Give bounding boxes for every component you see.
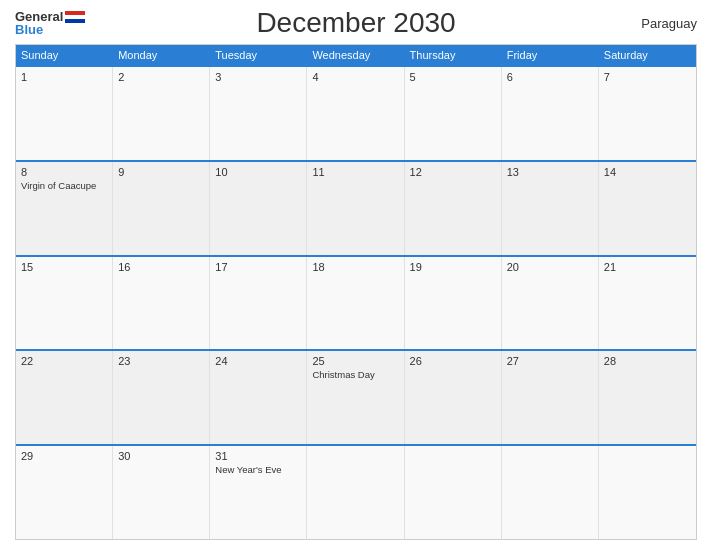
day-cell: 16 (113, 257, 210, 350)
day-header-friday: Friday (502, 45, 599, 65)
day-cell: 30 (113, 446, 210, 539)
day-header-tuesday: Tuesday (210, 45, 307, 65)
day-cell: 3 (210, 67, 307, 160)
day-cell: 7 (599, 67, 696, 160)
day-number: 29 (21, 450, 107, 462)
day-number: 21 (604, 261, 691, 273)
day-number: 2 (118, 71, 204, 83)
day-number: 1 (21, 71, 107, 83)
week-row-4: 22232425Christmas Day262728 (16, 349, 696, 444)
day-cell: 24 (210, 351, 307, 444)
day-header-thursday: Thursday (405, 45, 502, 65)
logo-flag-icon (65, 11, 85, 23)
day-header-monday: Monday (113, 45, 210, 65)
day-number: 30 (118, 450, 204, 462)
day-number: 9 (118, 166, 204, 178)
day-cell: 5 (405, 67, 502, 160)
day-number: 4 (312, 71, 398, 83)
day-number: 12 (410, 166, 496, 178)
day-cell (502, 446, 599, 539)
logo-blue-text: Blue (15, 23, 43, 36)
calendar: Sunday Monday Tuesday Wednesday Thursday… (15, 44, 697, 540)
day-cell: 14 (599, 162, 696, 255)
day-cell: 31New Year's Eve (210, 446, 307, 539)
day-cell: 21 (599, 257, 696, 350)
day-cell: 6 (502, 67, 599, 160)
day-cell: 4 (307, 67, 404, 160)
day-number: 27 (507, 355, 593, 367)
day-number: 11 (312, 166, 398, 178)
day-number: 14 (604, 166, 691, 178)
day-number: 5 (410, 71, 496, 83)
logo: General Blue (15, 10, 85, 36)
day-number: 25 (312, 355, 398, 367)
day-number: 18 (312, 261, 398, 273)
day-number: 28 (604, 355, 691, 367)
day-number: 8 (21, 166, 107, 178)
day-number: 15 (21, 261, 107, 273)
day-number: 3 (215, 71, 301, 83)
day-number: 26 (410, 355, 496, 367)
event-label: Virgin of Caacupe (21, 180, 107, 192)
day-cell: 23 (113, 351, 210, 444)
day-header-sunday: Sunday (16, 45, 113, 65)
calendar-container: General Blue December 2030 Paraguay Sund… (0, 0, 712, 550)
day-cell: 2 (113, 67, 210, 160)
day-cell: 20 (502, 257, 599, 350)
event-label: Christmas Day (312, 369, 398, 381)
day-cell: 17 (210, 257, 307, 350)
day-cell (405, 446, 502, 539)
day-cell: 28 (599, 351, 696, 444)
week-row-3: 15161718192021 (16, 255, 696, 350)
svg-rect-2 (65, 19, 85, 23)
event-label: New Year's Eve (215, 464, 301, 476)
week-row-1: 1234567 (16, 65, 696, 160)
week-row-2: 8Virgin of Caacupe91011121314 (16, 160, 696, 255)
header: General Blue December 2030 Paraguay (15, 10, 697, 36)
svg-rect-1 (65, 15, 85, 19)
day-number: 13 (507, 166, 593, 178)
day-cell: 9 (113, 162, 210, 255)
day-cell: 25Christmas Day (307, 351, 404, 444)
day-number: 31 (215, 450, 301, 462)
day-number: 16 (118, 261, 204, 273)
day-cell: 1 (16, 67, 113, 160)
day-header-saturday: Saturday (599, 45, 696, 65)
day-number: 23 (118, 355, 204, 367)
day-number: 24 (215, 355, 301, 367)
day-number: 20 (507, 261, 593, 273)
day-number: 19 (410, 261, 496, 273)
day-number: 6 (507, 71, 593, 83)
day-cell: 13 (502, 162, 599, 255)
day-cell (599, 446, 696, 539)
day-cell: 10 (210, 162, 307, 255)
country-label: Paraguay (641, 16, 697, 31)
calendar-body: 12345678Virgin of Caacupe910111213141516… (16, 65, 696, 539)
day-number: 10 (215, 166, 301, 178)
day-cell: 27 (502, 351, 599, 444)
days-header: Sunday Monday Tuesday Wednesday Thursday… (16, 45, 696, 65)
week-row-5: 293031New Year's Eve (16, 444, 696, 539)
day-cell: 15 (16, 257, 113, 350)
day-cell: 18 (307, 257, 404, 350)
day-cell (307, 446, 404, 539)
day-cell: 19 (405, 257, 502, 350)
day-cell: 29 (16, 446, 113, 539)
page-title: December 2030 (256, 7, 455, 39)
day-header-wednesday: Wednesday (307, 45, 404, 65)
day-number: 17 (215, 261, 301, 273)
day-cell: 26 (405, 351, 502, 444)
svg-rect-0 (65, 11, 85, 15)
day-cell: 11 (307, 162, 404, 255)
day-number: 7 (604, 71, 691, 83)
day-cell: 8Virgin of Caacupe (16, 162, 113, 255)
day-number: 22 (21, 355, 107, 367)
day-cell: 12 (405, 162, 502, 255)
day-cell: 22 (16, 351, 113, 444)
